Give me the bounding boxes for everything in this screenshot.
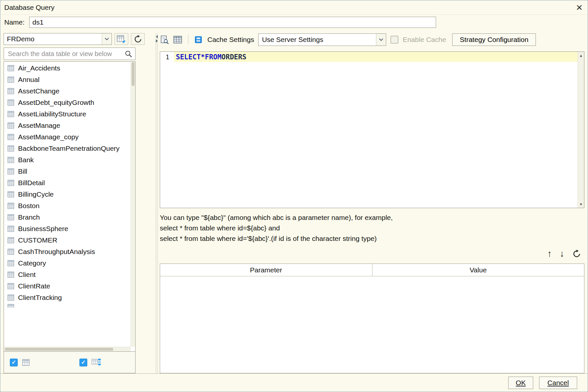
table-list-item[interactable]: Branch [4, 211, 131, 223]
sql-editor[interactable]: 1 SELECT * FROM ORDERS ▲ ▼ [160, 51, 584, 208]
cancel-button[interactable]: Cancel [539, 377, 577, 389]
table-list-item[interactable]: Category [4, 257, 131, 269]
enable-cache-label: Enable Cache [403, 36, 446, 44]
table-icon [7, 179, 15, 187]
table-icon [7, 213, 15, 221]
horizontal-scrollbar[interactable] [4, 347, 131, 351]
view-icon [91, 358, 101, 367]
connection-select[interactable]: FRDemo [4, 33, 112, 45]
refresh-connection-button[interactable] [131, 33, 145, 45]
table-name: Bank [18, 156, 34, 164]
table-list-item[interactable]: BillingCycle [4, 188, 131, 200]
splitter-bar[interactable] [156, 33, 158, 373]
help-line: You can type "${abc}" (among which abc i… [160, 212, 584, 223]
chevron-down-icon [376, 34, 386, 46]
table-icon [7, 122, 15, 129]
table-name: ClientRate [18, 282, 50, 290]
table-name: BillingCycle [18, 190, 54, 198]
sql-operator: * [201, 53, 205, 61]
table-list-item[interactable]: AssetChange [4, 85, 131, 97]
table-list-item[interactable]: ClientTracking [4, 292, 131, 303]
table-icon [22, 358, 30, 367]
table-list-item[interactable]: CashThroughputAnalysis [4, 246, 131, 257]
table-list-item[interactable]: AssetDebt_equityGrowth [4, 97, 131, 108]
connection-row: FRDemo [4, 33, 145, 45]
table-icon [7, 133, 15, 141]
parameter-column-header: Parameter [160, 264, 372, 276]
table-config-icon [116, 35, 126, 43]
table-name: Bill [18, 167, 27, 175]
cache-mode-select[interactable]: Use Server Settings [258, 33, 386, 46]
table-icon [7, 167, 15, 175]
table-data-icon[interactable] [173, 35, 182, 44]
database-query-dialog: Database Query × Name: FRDemo [0, 0, 588, 392]
table-name: BusinessSphere [18, 225, 68, 233]
search-icon[interactable] [124, 50, 133, 58]
refresh-icon [134, 35, 142, 44]
show-views-checkbox[interactable]: ✓ [79, 359, 87, 366]
table-list-item[interactable]: AssetLiabilityStructure [4, 108, 131, 120]
scroll-up-icon[interactable]: ▲ [578, 52, 584, 59]
dialog-body: FRDemo [0, 30, 588, 373]
table-list-item[interactable]: ClientRate [4, 280, 131, 292]
table-list-item[interactable] [4, 303, 131, 307]
vertical-scrollbar-thumb[interactable] [132, 62, 135, 86]
table-list-item[interactable]: Annual [4, 74, 131, 85]
strategy-configuration-button[interactable]: Strategy Configuration [452, 33, 536, 46]
table-list-item[interactable]: Bill [4, 166, 131, 177]
vertical-scrollbar[interactable] [131, 62, 135, 347]
table-list-item[interactable]: Boston [4, 200, 131, 211]
table-name: AssetChange [18, 87, 59, 95]
query-name-input[interactable] [29, 17, 436, 28]
move-down-icon[interactable]: ↓ [560, 249, 564, 258]
table-name: BackboneTeamPenetrationQuery [18, 145, 119, 152]
horizontal-scrollbar-thumb[interactable] [5, 348, 113, 351]
table-list-item[interactable]: Air_Accidents [4, 62, 131, 74]
chevron-down-icon [102, 33, 112, 45]
refresh-parameters-icon[interactable] [572, 249, 581, 258]
sql-code[interactable]: SELECT * FROM ORDERS [174, 52, 578, 62]
table-icon [7, 145, 15, 152]
dialog-footer: OK Cancel [0, 373, 588, 392]
table-list-item[interactable]: BackboneTeamPenetrationQuery [4, 143, 131, 154]
show-tables-checkbox[interactable]: ✓ [10, 359, 18, 366]
table-list-item[interactable]: BillDetail [4, 177, 131, 188]
cache-mode-selected-value: Use Server Settings [262, 36, 323, 44]
table-icon [7, 99, 15, 107]
table-name: AssetDebt_equityGrowth [18, 99, 94, 107]
move-up-icon[interactable]: ↑ [547, 249, 552, 258]
table-list-item[interactable]: AssetManage_copy [4, 131, 131, 143]
titlebar: Database Query × [0, 0, 588, 15]
enable-cache-checkbox[interactable] [390, 36, 398, 44]
parameter-table-body[interactable] [160, 276, 584, 373]
close-icon[interactable]: × [576, 2, 582, 13]
table-list-item[interactable]: CUSTOMER [4, 234, 131, 246]
table-name: CUSTOMER [18, 236, 57, 244]
table-name: Client [18, 271, 36, 279]
editor-scrollbar[interactable]: ▲ ▼ [578, 52, 584, 208]
table-name: Boston [18, 202, 39, 210]
table-icon [7, 282, 15, 290]
connection-selected-value: FRDemo [7, 35, 34, 43]
value-column-header: Value [372, 264, 584, 276]
table-name: CashThroughputAnalysis [18, 248, 95, 256]
table-name: ClientTracking [18, 294, 62, 302]
sql-keyword: FROM [205, 53, 222, 61]
preview-sql-icon[interactable] [160, 35, 169, 44]
table-config-button[interactable] [115, 33, 128, 45]
sql-current-line[interactable]: 1 SELECT * FROM ORDERS [160, 52, 578, 62]
table-list-item[interactable]: Bank [4, 154, 131, 166]
table-icon [7, 190, 15, 198]
table-list-item[interactable]: Client [4, 269, 131, 280]
table-search-input[interactable] [7, 50, 124, 58]
table-list-item[interactable]: BusinessSphere [4, 223, 131, 234]
splitter-collapse-icon[interactable] [154, 35, 159, 43]
table-icon [7, 202, 15, 210]
scroll-down-icon[interactable]: ▼ [578, 201, 584, 207]
table-list-item[interactable]: AssetManage [4, 120, 131, 131]
table-list: Air_Accidents Annual A [4, 62, 131, 347]
cache-icon [194, 35, 203, 44]
panel-splitter[interactable] [145, 33, 160, 373]
table-icon [7, 156, 15, 164]
ok-button[interactable]: OK [508, 377, 533, 389]
